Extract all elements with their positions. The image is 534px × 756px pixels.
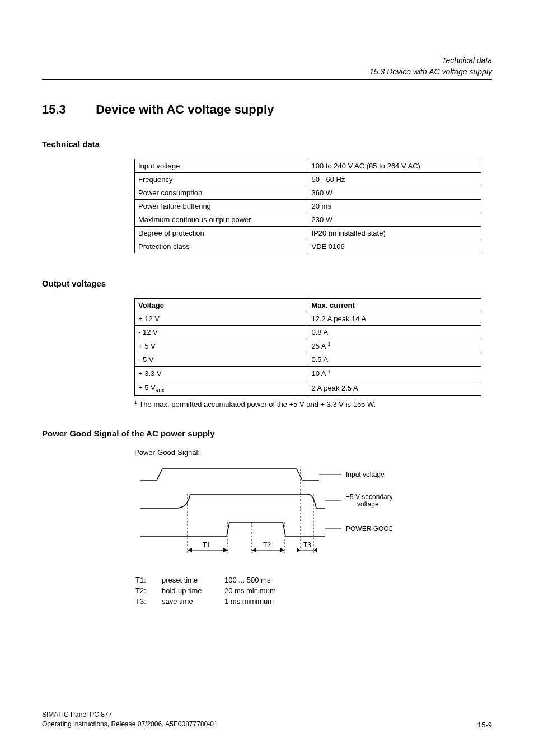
table-row: + 5 V25 A 1 <box>135 339 481 353</box>
footer-line1: SIMATIC Panel PC 877 <box>42 710 218 720</box>
table-cell-label: Input voltage <box>135 159 308 173</box>
timing-symbol: T1: <box>135 575 161 585</box>
technical-data-heading: Technical data <box>42 139 492 149</box>
table-cell-value: 20 ms <box>308 200 481 213</box>
timing-value: 100 ... 500 ms <box>224 575 282 585</box>
power-good-diagram: Power-Good-Signal: Input voltage +5 V se… <box>134 448 492 607</box>
table-row: Degree of protectionIP20 (in installed s… <box>135 227 481 240</box>
table-row: + 5 Vaux2 A peak 2.5 A <box>135 381 481 396</box>
svg-text:+5 V secondary: +5 V secondary <box>346 493 392 501</box>
current-cell: 25 A 1 <box>308 339 481 353</box>
current-cell: 2 A peak 2.5 A <box>308 381 481 396</box>
technical-data-table: Input voltage100 to 240 V AC (85 to 264 … <box>134 159 481 253</box>
current-header: Max. current <box>308 299 481 312</box>
table-row: Maximum continuous output power230 W <box>135 213 481 227</box>
table-cell-label: Maximum continuous output power <box>135 213 308 227</box>
header-subtitle: 15.3 Device with AC voltage supply <box>42 67 492 76</box>
footer-line2: Operating instructions, Release 07/2006,… <box>42 720 218 729</box>
timing-table: T1:preset time100 ... 500 msT2:hold-up t… <box>134 574 283 607</box>
page-footer: SIMATIC Panel PC 877 Operating instructi… <box>42 710 492 729</box>
current-cell: 0.5 A <box>308 353 481 367</box>
svg-marker-19 <box>280 548 284 552</box>
table-row: Power consumption360 W <box>135 186 481 200</box>
current-cell: 12.2 A peak 14 A <box>308 312 481 326</box>
table-cell-value: 50 - 60 Hz <box>308 173 481 186</box>
current-cell: 0.8 A <box>308 326 481 339</box>
table-cell-label: Power failure buffering <box>135 200 308 213</box>
section-number: 15.3 <box>42 102 92 117</box>
timing-row: T1:preset time100 ... 500 ms <box>135 575 282 585</box>
svg-marker-18 <box>252 548 256 552</box>
timing-symbol: T3: <box>135 597 161 606</box>
header-title: Technical data <box>42 56 492 65</box>
table-row: - 12 V0.8 A <box>135 326 481 339</box>
voltage-cell: + 5 Vaux <box>135 381 308 396</box>
timing-row: T3:save time1 ms mimimum <box>135 597 282 606</box>
svg-text:T1: T1 <box>203 541 210 549</box>
table-cell-label: Frequency <box>135 173 308 186</box>
page-number: 15-9 <box>477 721 492 729</box>
svg-marker-22 <box>297 548 301 552</box>
voltage-header: Voltage <box>135 299 308 312</box>
svg-marker-14 <box>188 548 192 552</box>
timing-value: 20 ms minimum <box>224 586 282 595</box>
svg-marker-23 <box>313 548 317 552</box>
voltage-cell: + 12 V <box>135 312 308 326</box>
table-row: Frequency50 - 60 Hz <box>135 173 481 186</box>
timing-name: preset time <box>162 575 223 585</box>
svg-marker-15 <box>223 548 228 552</box>
footnote-text: The max. permitted accumulated power of … <box>137 401 376 409</box>
voltage-cell: + 5 V <box>135 339 308 353</box>
table-cell-value: IP20 (in installed state) <box>308 227 481 240</box>
timing-name: hold-up time <box>162 586 223 595</box>
output-voltages-heading: Output voltages <box>42 279 492 288</box>
svg-text:T3: T3 <box>303 541 311 549</box>
footer-left: SIMATIC Panel PC 877 Operating instructi… <box>42 710 218 729</box>
table-row: + 12 V12.2 A peak 14 A <box>135 312 481 326</box>
output-voltages-table: Voltage Max. current + 12 V12.2 A peak 1… <box>134 298 481 396</box>
table-cell-value: VDE 0106 <box>308 240 481 253</box>
table-row: Input voltage100 to 240 V AC (85 to 264 … <box>135 159 481 173</box>
table-cell-label: Power consumption <box>135 186 308 200</box>
timing-value: 1 ms mimimum <box>224 597 282 606</box>
svg-text:Input voltage: Input voltage <box>346 471 385 478</box>
section-title-text: Device with AC voltage supply <box>96 102 274 116</box>
timing-name: save time <box>162 597 223 606</box>
voltage-cell: - 5 V <box>135 353 308 367</box>
table-row: Power failure buffering20 ms <box>135 200 481 213</box>
voltage-cell: + 3.3 V <box>135 367 308 381</box>
svg-text:voltage: voltage <box>357 500 379 508</box>
table-cell-label: Protection class <box>135 240 308 253</box>
power-good-heading: Power Good Signal of the AC power supply <box>42 429 492 438</box>
current-cell: 10 A 1 <box>308 367 481 381</box>
svg-text:T2: T2 <box>263 541 271 549</box>
voltage-cell: - 12 V <box>135 326 308 339</box>
table-cell-value: 360 W <box>308 186 481 200</box>
timing-symbol: T2: <box>135 586 161 595</box>
timing-row: T2:hold-up time20 ms minimum <box>135 586 282 595</box>
section-title: 15.3 Device with AC voltage supply <box>42 102 492 117</box>
diagram-title: Power-Good-Signal: <box>134 448 492 457</box>
table-cell-value: 230 W <box>308 213 481 227</box>
svg-text:POWER GOOD: POWER GOOD <box>346 525 392 533</box>
table-row: Protection classVDE 0106 <box>135 240 481 253</box>
header-divider <box>42 79 492 80</box>
table-row: + 3.3 V10 A 1 <box>135 367 481 381</box>
table-row: - 5 V0.5 A <box>135 353 481 367</box>
timing-diagram-svg: Input voltage +5 V secondary voltage POW… <box>134 463 392 564</box>
voltages-footnote: 1 The max. permitted accumulated power o… <box>134 400 492 408</box>
table-cell-label: Degree of protection <box>135 227 308 240</box>
table-cell-value: 100 to 240 V AC (85 to 264 V AC) <box>308 159 481 173</box>
